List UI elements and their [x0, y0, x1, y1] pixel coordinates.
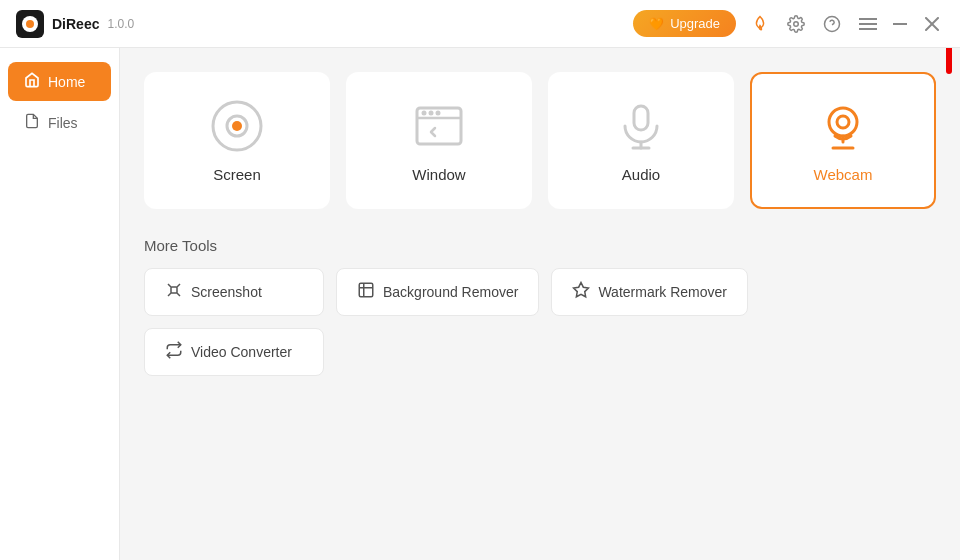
upgrade-label: Upgrade	[670, 16, 720, 31]
minimize-button[interactable]	[888, 12, 912, 36]
sidebar: Home Files	[0, 48, 120, 560]
help-icon[interactable]	[820, 12, 844, 36]
app-name: DiReec	[52, 16, 99, 32]
background-remover-tool[interactable]: Background Remover	[336, 268, 539, 316]
app-logo	[16, 10, 44, 38]
svg-line-27	[177, 293, 180, 296]
files-icon	[24, 113, 40, 132]
flame-icon[interactable]	[748, 12, 772, 36]
more-tools-title: More Tools	[144, 237, 936, 254]
screenshot-icon	[165, 281, 183, 303]
window-icon	[409, 98, 469, 154]
svg-point-21	[837, 116, 849, 128]
svg-marker-30	[574, 283, 589, 297]
svg-rect-17	[634, 106, 648, 130]
recording-modes-grid: Screen Window	[144, 72, 936, 209]
title-bar: DiReec 1.0.0 🧡 Upgrade	[0, 0, 960, 48]
watermark-remover-tool[interactable]: Watermark Remover	[551, 268, 748, 316]
sidebar-files-label: Files	[48, 115, 78, 131]
watermark-remover-label: Watermark Remover	[598, 284, 727, 300]
screenshot-label: Screenshot	[191, 284, 262, 300]
title-bar-controls: 🧡 Upgrade	[633, 10, 944, 37]
home-icon	[24, 72, 40, 91]
sidebar-item-home[interactable]: Home	[8, 62, 111, 101]
screen-label: Screen	[213, 166, 261, 183]
svg-point-0	[794, 21, 799, 26]
svg-line-26	[168, 293, 171, 296]
video-converter-label: Video Converter	[191, 344, 292, 360]
window-controls	[856, 12, 944, 36]
audio-card[interactable]: Audio	[548, 72, 734, 209]
webcam-icon	[813, 98, 873, 154]
main-layout: Home Files	[0, 48, 960, 560]
window-card[interactable]: Window	[346, 72, 532, 209]
video-converter-tool[interactable]: Video Converter	[144, 328, 324, 376]
svg-rect-29	[359, 283, 373, 297]
webcam-label: Webcam	[814, 166, 873, 183]
svg-point-14	[422, 111, 427, 116]
svg-point-20	[829, 108, 857, 136]
webcam-card[interactable]: Webcam	[750, 72, 936, 209]
audio-icon	[611, 98, 671, 154]
svg-point-11	[232, 121, 242, 131]
video-converter-icon	[165, 341, 183, 363]
content-inner: Screen Window	[144, 72, 936, 376]
audio-label: Audio	[622, 166, 660, 183]
app-version: 1.0.0	[107, 17, 134, 31]
screen-card[interactable]: Screen	[144, 72, 330, 209]
background-remover-label: Background Remover	[383, 284, 518, 300]
close-button[interactable]	[920, 12, 944, 36]
background-remover-icon	[357, 281, 375, 303]
sidebar-item-files[interactable]: Files	[8, 103, 111, 142]
window-label: Window	[412, 166, 465, 183]
menu-icon[interactable]	[856, 12, 880, 36]
content-area: Screen Window	[120, 48, 960, 560]
svg-rect-28	[171, 287, 177, 293]
more-tools-section: More Tools Screenshot	[144, 237, 936, 376]
app-branding: DiReec 1.0.0	[16, 10, 134, 38]
heart-icon: 🧡	[649, 17, 664, 31]
gear-icon[interactable]	[784, 12, 808, 36]
tools-grid: Screenshot Background Remover	[144, 268, 748, 376]
sidebar-home-label: Home	[48, 74, 85, 90]
upgrade-button[interactable]: 🧡 Upgrade	[633, 10, 736, 37]
svg-point-16	[436, 111, 441, 116]
watermark-remover-icon	[572, 281, 590, 303]
arrow-indicator	[946, 48, 952, 74]
svg-line-24	[168, 284, 171, 287]
svg-line-25	[177, 284, 180, 287]
screenshot-tool[interactable]: Screenshot	[144, 268, 324, 316]
svg-point-15	[429, 111, 434, 116]
screen-icon	[207, 98, 267, 154]
